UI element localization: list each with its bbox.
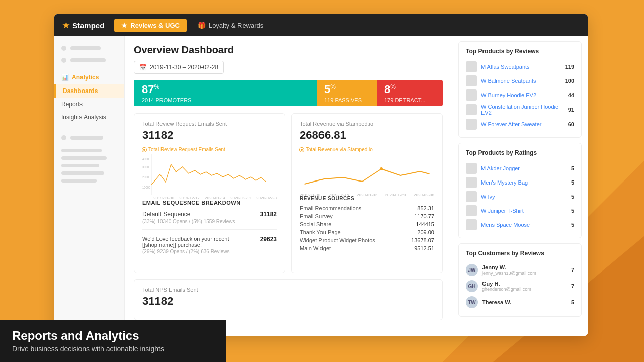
sidebar-dashboards-label: Dashboards [63, 87, 98, 95]
rating-thumb-0 [466, 163, 477, 174]
revenue-source-3: Thank You Page 209.00 [300, 228, 434, 236]
email-x-label-2: 2020-01-14 [205, 196, 225, 200]
brand-star-icon: ★ [62, 21, 69, 30]
product-count-2: 44 [568, 92, 574, 98]
sidebar-insights-label: Insights Analysis [61, 114, 106, 121]
metrics-grid: Total Review Request Emails Sent 31182 T… [134, 113, 443, 273]
revenue-source-2-amount: 144415 [416, 221, 434, 227]
product-thumb-3 [466, 104, 477, 115]
revenue-x-2: 2020-01-02 [357, 193, 377, 197]
product-row-2: W Burney Hoodie EV2 44 [466, 88, 574, 102]
date-picker[interactable]: 📅 2019-11-30 – 2020-02-28 [134, 61, 224, 74]
email-row-0-name: Default Sequence [142, 211, 190, 218]
sidebar-item-dashboards[interactable]: Dashboards [54, 84, 124, 98]
rating-name-1: Men's Mystery Bag [481, 179, 567, 186]
revenue-card: Total Revenue via Stamped.io 26866.81 To… [291, 113, 443, 273]
nps-promoters: 87% 2014 PROMOTERS [134, 80, 317, 106]
revenue-value: 26866.81 [300, 129, 434, 142]
customer-email-0: jenny_wash13@gmail.com [482, 270, 567, 276]
loyalty-tab-label: Loyalty & Rewards [209, 22, 263, 29]
nps-passives-block: 5% 119 PASSIVES [324, 83, 362, 103]
sidebar-dot-1 [61, 46, 66, 51]
top-products-reviews-title: Top Products by Reviews [466, 48, 574, 55]
email-row-0-sub: (33%) 10340 Opens / (5%) 1559 Reviews [142, 219, 277, 224]
sidebar-line-5 [61, 156, 107, 160]
rating-name-3: W Juniper T-Shirt [481, 208, 567, 214]
revenue-x-3: 2020-01-20 [385, 193, 406, 197]
sidebar-item-reports[interactable]: Reports [54, 98, 124, 111]
product-count-1: 100 [565, 78, 574, 84]
revenue-source-1-name: Email Survey [300, 213, 333, 219]
revenue-source-0-name: Email Recommendations [300, 205, 361, 211]
email-requests-title: Total Review Request Emails Sent [142, 121, 277, 127]
customer-row-2: TW Theresa W. 5 [466, 294, 574, 310]
revenue-source-4-amount: 13678.07 [411, 237, 434, 243]
customer-count-0: 7 [571, 267, 574, 273]
rating-row-2: W Ivy 5 [466, 190, 574, 204]
revenue-source-5-name: Main Widget [300, 245, 331, 251]
revenue-sources-list: Email Recommendations 852.31 Email Surve… [300, 204, 434, 252]
top-products-reviews-list: M Atlas Sweatpants 119 W Balmone Seatpan… [466, 60, 574, 131]
sidebar-analytics-label: Analytics [72, 74, 99, 81]
customer-name-1: Guy H. [482, 281, 567, 287]
rating-count-1: 5 [571, 179, 574, 186]
sidebar-line-2 [70, 58, 106, 62]
email-chart-legend: Total Review Request Emails Sent [142, 147, 277, 152]
revenue-x-4: 2020-02-08 [414, 193, 434, 197]
revenue-chart-area: 2019-11-30 2019-12-15 2020-01-02 2020-01… [300, 156, 434, 192]
revenue-x-labels: 2019-11-30 2019-12-15 2020-01-02 2020-01… [300, 193, 434, 197]
rating-row-4: Mens Space Moose 5 [466, 218, 574, 232]
app-body: 📊 Analytics Dashboards Reports Insights … [54, 36, 588, 336]
sidebar-line-6 [61, 164, 99, 167]
revenue-source-2: Social Share 144415 [300, 220, 434, 228]
sidebar-line-4 [61, 149, 102, 152]
sidebar-placeholder-3 [54, 132, 124, 144]
revenue-chart-legend: Total Revenue via Stamped.io [300, 147, 434, 152]
email-row-1-sub: (29%) 9239 Opens / (2%) 636 Reviews [142, 249, 277, 254]
customer-avatar-1: GH [466, 280, 478, 292]
nps-passives-label: 119 PASSIVES [324, 97, 362, 103]
nps-detractors-block: 8% 179 DETRACT... [384, 83, 425, 103]
rating-count-4: 5 [571, 222, 574, 228]
email-row-0-header: Default Sequence 31182 [142, 211, 277, 218]
sidebar-item-insights[interactable]: Insights Analysis [54, 111, 124, 124]
revenue-source-3-amount: 209.00 [417, 229, 434, 235]
product-name-1: W Balmone Seatpants [481, 78, 561, 84]
product-name-0: M Atlas Sweatpants [481, 64, 561, 70]
nps-promoters-block: 87% 2014 PROMOTERS [142, 83, 191, 103]
product-count-3: 91 [568, 107, 574, 113]
tab-loyalty-rewards[interactable]: 🎁 Loyalty & Rewards [191, 19, 270, 32]
page-title: Overview Dashboard [134, 44, 443, 56]
top-products-reviews-card: Top Products by Reviews M Atlas Sweatpan… [458, 41, 582, 138]
svg-text:20000: 20000 [142, 175, 151, 179]
revenue-source-1-amount: 1170.77 [414, 213, 434, 219]
product-row-4: W Forever After Sweater 60 [466, 117, 574, 131]
revenue-source-2-name: Social Share [300, 221, 331, 227]
email-requests-value: 31182 [142, 129, 277, 142]
sidebar-analytics-header: 📊 Analytics [54, 70, 124, 84]
email-x-label-0: 2019-11-30 [153, 196, 174, 200]
product-name-2: W Burney Hoodie EV2 [481, 92, 564, 98]
email-row-1-name: We'd Love feedback on your recent [[shop… [142, 236, 260, 248]
email-x-label-4: 2020-02-28 [256, 196, 277, 200]
email-row-1-count: 29623 [260, 236, 277, 248]
sidebar-dot-2 [61, 58, 66, 63]
email-row-0-count: 31182 [260, 211, 277, 218]
revenue-source-4: Widget Product Widget Photos 13678.07 [300, 236, 434, 244]
tab-reviews-ugc[interactable]: ★ Reviews & UGC [114, 19, 187, 32]
customer-avatar-2: TW [466, 296, 478, 308]
email-legend-dot [142, 148, 146, 152]
product-thumb-2 [466, 89, 477, 101]
nps-passives-score: 5% [324, 83, 362, 96]
top-customers-list: JW Jenny W. jenny_wash13@gmail.com 7 GH … [466, 262, 574, 310]
rating-row-1: Men's Mystery Bag 5 [466, 175, 574, 190]
bottom-bar-title: Reports and Analytics [12, 329, 214, 343]
rating-count-0: 5 [571, 165, 574, 171]
rating-thumb-3 [466, 205, 477, 216]
customer-row-1: GH Guy H. ghenderson@gmail.com 7 [466, 278, 574, 294]
calendar-icon: 📅 [139, 64, 147, 71]
nps-bar: 87% 2014 PROMOTERS 5% 119 PASSIVES [134, 80, 443, 106]
email-row-0: Default Sequence 31182 (33%) 10340 Opens… [142, 211, 277, 230]
top-products-ratings-title: Top Products by Ratings [466, 149, 574, 156]
nps-detractors: 8% 179 DETRACT... [377, 80, 443, 106]
